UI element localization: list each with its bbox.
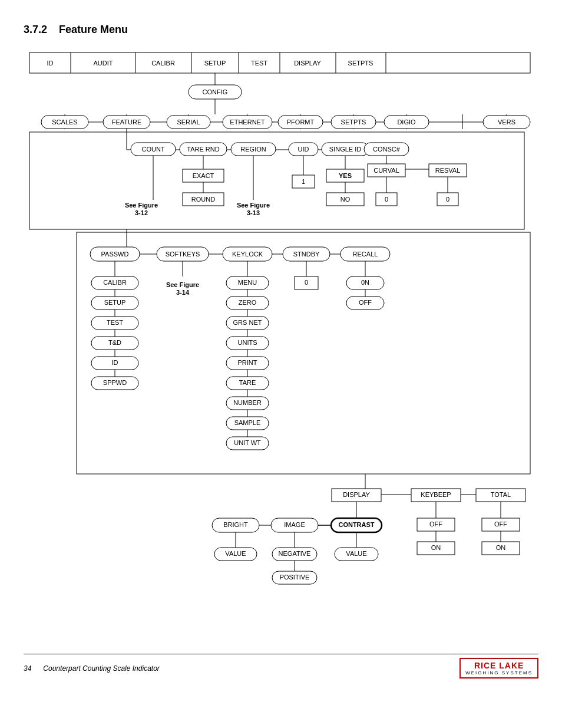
setpts-top-node: SETPTS <box>348 60 373 67</box>
setpts-node: SETPTS <box>341 118 366 126</box>
region-node: REGION <box>240 146 266 153</box>
setup-passwd-node: SETUP <box>104 299 126 306</box>
val1-node: 1 <box>302 178 305 185</box>
value-contrast-node: VALUE <box>346 550 366 557</box>
stndby-node: STNDBY <box>293 251 320 258</box>
id-node: ID <box>47 60 54 67</box>
off-total-node: OFF <box>494 521 507 528</box>
pformt-node: PFORMT <box>287 118 315 126</box>
passwd-node: PASSWD <box>101 251 129 258</box>
exact-node: EXACT <box>193 172 214 179</box>
round-node: ROUND <box>191 196 215 203</box>
on-keybeep-node: ON <box>431 544 441 551</box>
see-fig-313: See Figure <box>237 202 270 209</box>
no-node: NO <box>340 196 351 203</box>
section-number: 3.7.2 <box>24 24 47 35</box>
stndby-val-node: 0 <box>305 279 308 286</box>
see-fig-314b: 3-14 <box>176 289 190 296</box>
unit-wt-node: UNIT WT <box>234 439 261 446</box>
number-node: NUMBER <box>233 399 262 406</box>
svg-rect-64 <box>29 132 524 229</box>
units-node: UNITS <box>238 339 257 346</box>
calibr-top-node: CALIBR <box>151 60 175 67</box>
positive-node: POSITIVE <box>280 574 310 581</box>
feature-node: FEATURE <box>112 118 142 126</box>
footer-left: 34 Counterpart Counting Scale Indicator <box>24 664 160 673</box>
single-id-node: SINGLE ID <box>329 146 361 153</box>
keybeep-node: KEYBEEP <box>421 491 451 498</box>
curval-node: CURVAL <box>373 167 399 174</box>
on-total-node: ON <box>496 544 506 551</box>
page: 3.7.2 Feature Menu ID AUDIT CALIBR S <box>0 0 562 689</box>
id-passwd-node: ID <box>112 359 118 366</box>
contrast-node: CONTRAST <box>338 521 374 528</box>
tnd-passwd-node: T&D <box>108 339 121 346</box>
see-fig-314: See Figure <box>166 281 199 288</box>
tare-rnd-node: TARE RND <box>187 146 219 153</box>
count-node: COUNT <box>141 146 164 153</box>
uid-node: UID <box>298 146 309 153</box>
digio-node: DIGIO <box>397 118 416 126</box>
display-top-node: DISPLAY <box>294 60 321 67</box>
audit-node: AUDIT <box>94 60 113 67</box>
resval-node: RESVAL <box>435 167 461 174</box>
consc-node: CONSC# <box>373 146 401 153</box>
keylock-node: KEYLOCK <box>232 251 263 258</box>
sample-node: SAMPLE <box>234 419 261 426</box>
logo-name: RICE LAKE <box>474 661 524 670</box>
logo-box: RICE LAKE WEIGHING SYSTEMS <box>459 658 538 678</box>
menu-node: MENU <box>238 279 257 286</box>
vers-node: VERS <box>498 118 515 126</box>
config-node: CONFIG <box>203 88 228 95</box>
see-fig-312b: 3-12 <box>135 209 148 216</box>
serial-node: SERIAL <box>177 118 200 126</box>
image-node: IMAGE <box>284 521 305 528</box>
test-passwd-node: TEST <box>107 319 123 326</box>
val0-curval-node: 0 <box>385 196 388 203</box>
value-bright-node: VALUE <box>225 550 246 557</box>
footer: 34 Counterpart Counting Scale Indicator … <box>24 654 538 678</box>
ethernet-node: ETHERNET <box>230 118 265 126</box>
print-node: PRINT <box>238 359 257 366</box>
see-fig-312: See Figure <box>125 202 158 209</box>
grs-net-node: GRS NET <box>233 319 262 326</box>
see-fig-313b: 3-13 <box>247 209 260 216</box>
page-title: 3.7.2 Feature Menu <box>24 24 538 36</box>
svg-rect-114 <box>77 232 530 474</box>
footer-description: Counterpart Counting Scale Indicator <box>43 664 159 673</box>
on-recall-node: 0N <box>361 279 369 286</box>
recall-node: RECALL <box>353 251 378 258</box>
val0-resval-node: 0 <box>446 196 449 203</box>
tare-node: TARE <box>239 379 256 386</box>
yes-node: YES <box>339 172 352 179</box>
logo-subtitle: WEIGHING SYSTEMS <box>465 670 533 676</box>
sppwd-passwd-node: SPPWD <box>103 379 127 386</box>
scales-node: SCALES <box>52 118 77 126</box>
off-recall-node: OFF <box>359 299 372 306</box>
calibr-passwd-node: CALIBR <box>103 279 127 286</box>
off-keybeep-node: OFF <box>429 521 442 528</box>
test-top-node: TEST <box>251 60 267 67</box>
diagram: ID AUDIT CALIBR SETUP TEST DISPLAY SETPT… <box>24 47 536 666</box>
bright-node: BRIGHT <box>223 521 248 528</box>
negative-node: NEGATIVE <box>279 550 311 557</box>
setup-top-node: SETUP <box>204 60 226 67</box>
zero-node: ZERO <box>239 299 257 306</box>
display2-node: DISPLAY <box>343 491 370 498</box>
softkeys-node: SOFTKEYS <box>166 251 200 258</box>
footer-page: 34 <box>24 664 31 673</box>
section-title: Feature Menu <box>59 24 128 35</box>
total-node: TOTAL <box>491 491 511 498</box>
